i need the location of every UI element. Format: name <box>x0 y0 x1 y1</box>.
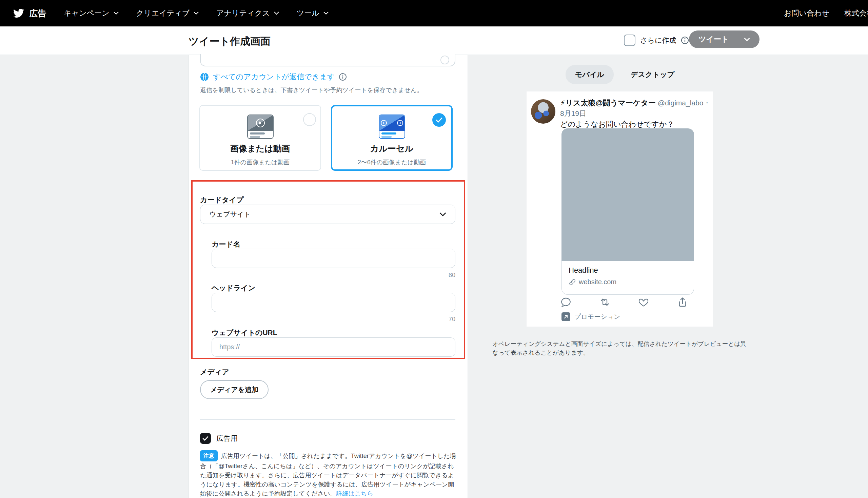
website-url-label: ウェブサイトのURL <box>212 328 277 338</box>
media-type-title: カルーセル <box>370 143 413 154</box>
headline-preview: Headline <box>569 266 687 275</box>
nav-item-label: ツール <box>297 8 319 18</box>
nav-right-group: お問い合わせ 株式会社 <box>784 8 868 18</box>
arrow-right-icon <box>397 120 403 126</box>
headline-counter: 70 <box>212 316 455 323</box>
tab-desktop[interactable]: デスクトップ <box>621 65 684 84</box>
page-title: ツイート作成画面 <box>189 35 271 49</box>
chevron-down-icon <box>323 12 329 15</box>
globe-icon <box>200 73 209 81</box>
preview-device-tabs: モバイル デスクトップ <box>565 65 684 84</box>
avatar <box>531 99 556 124</box>
card-type-select[interactable]: ウェブサイト <box>200 205 455 224</box>
media-type-subtitle: 2〜6件の画像または動画 <box>358 158 426 166</box>
chevron-down-icon <box>114 12 119 15</box>
promoted-checkbox-checked[interactable] <box>200 433 211 444</box>
promoted-indicator-row: プロモーション <box>561 312 621 321</box>
card-name-counter: 80 <box>212 272 455 279</box>
page-header: ツイート作成画面 さらに作成 ツイート <box>0 26 868 55</box>
nav-account-menu[interactable]: 株式会社 <box>844 8 868 18</box>
create-more-checkbox[interactable] <box>624 35 635 46</box>
top-nav-bar: 広告 キャンペーン クリエイティブ アナリティクス ツール お問い合わせ 株式会… <box>0 0 868 26</box>
radio-unselected-icon[interactable] <box>303 113 316 126</box>
website-link-card[interactable]: Headline website.com <box>561 261 694 295</box>
tweet-preview-card: ⚡リス太狼@闘うマーケター @digima_labo・8月19日 どのようなお問… <box>526 91 713 327</box>
retweet-icon[interactable] <box>599 297 610 307</box>
headline-input[interactable] <box>212 293 455 312</box>
create-more-group: さらに作成 <box>624 35 689 46</box>
twitter-bird-icon[interactable] <box>12 8 25 18</box>
chevron-down-icon <box>194 12 199 15</box>
share-icon[interactable] <box>677 297 688 307</box>
chevron-down-icon <box>274 12 279 15</box>
notice-badge: 注意 <box>200 450 218 461</box>
composer-panel: すべてのアカウントが返信できます 返信を制限しているときは、下書きツイートや予約… <box>189 55 468 498</box>
media-type-title: 画像または動画 <box>230 143 290 154</box>
promoted-checkbox-row: 広告用 <box>200 433 238 444</box>
nav-item-analytics[interactable]: アナリティクス <box>216 8 279 18</box>
create-more-label: さらに作成 <box>640 36 676 45</box>
arrow-left-icon <box>381 120 387 126</box>
check-circle-icon[interactable] <box>432 113 446 127</box>
nav-item-creatives[interactable]: クリエイティブ <box>136 8 199 18</box>
carousel-media-placeholder <box>561 128 694 261</box>
website-url-input[interactable] <box>212 338 455 357</box>
media-label: メディア <box>200 367 229 377</box>
info-icon[interactable] <box>339 73 347 81</box>
promoted-label: プロモーション <box>574 312 621 321</box>
char-count-circle <box>441 55 449 64</box>
like-icon[interactable] <box>638 297 649 307</box>
card-name-label: カード名 <box>212 239 240 249</box>
media-type-selector: 画像または動画 1件の画像または動画 <box>199 105 452 171</box>
tweet-button-label: ツイート <box>699 34 729 44</box>
promoted-arrow-icon <box>561 312 570 321</box>
reply-setting-label: すべてのアカウントが返信できます <box>213 72 335 82</box>
add-media-button[interactable]: メディアを追加 <box>200 380 269 399</box>
learn-more-link[interactable]: 詳細はこちら <box>336 490 373 497</box>
media-type-subtitle: 1件の画像または動画 <box>231 158 290 166</box>
reply-icon[interactable] <box>561 297 571 307</box>
tweet-text: どのようなお問い合わせですか？ <box>560 119 711 129</box>
nav-item-tools[interactable]: ツール <box>297 8 329 18</box>
tweet-text-input[interactable] <box>200 54 455 66</box>
headline-label: ヘッドライン <box>212 283 255 293</box>
info-icon[interactable] <box>681 36 689 44</box>
media-type-card-image-video[interactable]: 画像または動画 1件の画像または動画 <box>199 105 321 171</box>
nav-item-label: アナリティクス <box>216 8 270 18</box>
notice-text: 広告用ツイートは、「公開」されたままです。Twitterアカウントを@ツイートし… <box>200 453 456 497</box>
card-type-label: カードタイプ <box>200 195 243 205</box>
reply-settings-row[interactable]: すべてのアカウントが返信できます <box>200 72 347 82</box>
chevron-down-icon <box>744 38 750 41</box>
card-type-value: ウェブサイト <box>209 210 251 219</box>
image-video-icon <box>247 115 273 139</box>
tweet-header: ⚡リス太狼@闘うマーケター @digima_labo・8月19日 <box>560 97 711 119</box>
brand-label[interactable]: 広告 <box>29 8 46 19</box>
section-divider <box>200 419 455 420</box>
nav-item-campaigns[interactable]: キャンペーン <box>64 8 119 18</box>
nav-item-label: クリエイティブ <box>136 8 190 18</box>
carousel-icon <box>379 115 405 139</box>
tab-mobile[interactable]: モバイル <box>565 65 614 84</box>
reply-restriction-note: 返信を制限しているときは、下書きツイートや予約ツイートを保存できません。 <box>200 86 423 94</box>
media-type-card-carousel[interactable]: カルーセル 2〜6件の画像または動画 <box>331 105 452 171</box>
tweet-display-name: ⚡リス太狼@闘うマーケター <box>560 99 656 107</box>
play-icon <box>256 119 265 127</box>
tweet-submit-button[interactable]: ツイート <box>689 30 760 48</box>
promoted-checkbox-label: 広告用 <box>216 434 238 443</box>
main-content: すべてのアカウントが返信できます 返信を制限しているときは、下書きツイートや予約… <box>0 55 868 498</box>
tweet-actions-row <box>561 297 688 307</box>
chevron-down-icon <box>439 212 446 217</box>
nav-contact-link[interactable]: お問い合わせ <box>784 8 829 18</box>
nav-item-label: キャンペーン <box>64 8 110 18</box>
card-name-input[interactable] <box>212 249 455 268</box>
tweet-body: ⚡リス太狼@闘うマーケター @digima_labo・8月19日 どのようなお問… <box>560 97 711 129</box>
website-url-preview: website.com <box>579 278 616 286</box>
promoted-notice: 注意広告用ツイートは、「公開」されたままです。Twitterアカウントを@ツイー… <box>200 450 456 498</box>
link-icon <box>569 278 576 286</box>
preview-disclaimer: オペレーティングシステムと画面サイズによっては、配信されたツイートがプレビューと… <box>492 339 749 357</box>
